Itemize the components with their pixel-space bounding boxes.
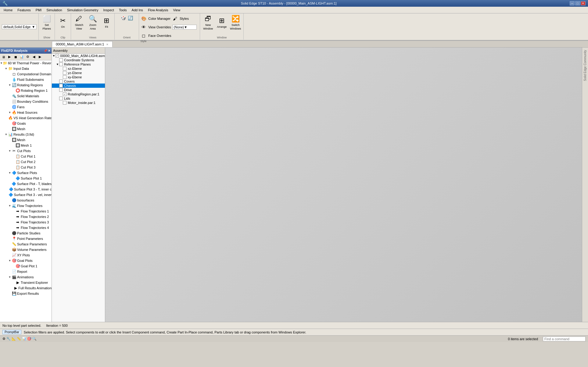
tree-item-surface-plot-vel-inner[interactable]: 🔷Surface Plot 3 - vel, inner <box>0 192 52 198</box>
tree-item-comp-domain[interactable]: ◻Computational Domain <box>0 71 52 77</box>
asm-item-xy-ebene[interactable]: xy-Ebene <box>52 75 105 79</box>
asm-item-xz-ebene[interactable]: xz-Ebene <box>52 66 105 71</box>
tree-item-transient-explorer[interactable]: ▶Transient Explorer <box>0 280 52 285</box>
tree-item-mesh-r[interactable]: 🔲Mesh <box>0 137 52 143</box>
tree-item-flow-traj[interactable]: ▼🌊Flow Trajectories <box>0 203 52 208</box>
menu-features[interactable]: Features <box>15 8 33 12</box>
asm-item-yz-ebene[interactable]: yz-Ebene <box>52 71 105 75</box>
asm-checkbox-covers[interactable] <box>59 80 63 83</box>
tree-item-cut-plots[interactable]: ▼✂Cut Plots <box>0 148 52 154</box>
tree-item-goals[interactable]: 🎯Goals <box>0 121 52 126</box>
asm-checkbox-rotating-region-par[interactable] <box>63 92 66 96</box>
tree-item-surface-plot-t-blades[interactable]: 🔷Surface Plot - T, blades <box>0 181 52 187</box>
panel-close-icon[interactable]: ✕ <box>48 49 50 52</box>
tree-item-rotating-region-1[interactable]: ⭕Rotating Region 1 <box>0 88 52 93</box>
asm-checkbox-yz-ebene[interactable] <box>63 71 66 75</box>
tree-expander-root[interactable]: ▼ <box>0 61 3 65</box>
panel-tool-6[interactable]: ◀ <box>31 54 37 60</box>
asm-item-chassis[interactable]: Chassis <box>52 84 105 88</box>
panel-tool-7[interactable]: ▶ <box>37 54 43 60</box>
tree-item-particle-studies[interactable]: ⚫Particle Studies <box>0 230 52 236</box>
asm-checkbox-xz-ebene[interactable] <box>63 67 66 70</box>
view-overrides-dropdown[interactable]: (None) ▼ <box>172 25 197 30</box>
new-window-btn[interactable]: 🗗 New Window <box>201 14 215 31</box>
asm-checkbox-xy-ebene[interactable] <box>63 75 66 79</box>
tree-expander-surface-plots[interactable]: ▼ <box>8 171 12 175</box>
asm-checkbox-asm-root[interactable] <box>56 54 59 58</box>
tree-expander-cut-plots[interactable]: ▼ <box>8 149 12 153</box>
menu-home[interactable]: Home <box>1 8 15 12</box>
sketch-view-btn[interactable]: 🖊 Sketch View <box>72 14 86 31</box>
asm-item-coord-sys[interactable]: Coordinate Systems <box>52 58 105 62</box>
tree-item-cut-plot-1[interactable]: 📋Cut Plot 1 <box>0 154 52 159</box>
tree-expander-goal-plots[interactable]: ▼ <box>8 259 12 262</box>
asm-expander-ref-planes[interactable]: ▼ <box>56 63 59 66</box>
tree-item-goal-plot-1[interactable]: 🎯Goal Plot 1 <box>0 263 52 269</box>
tree-item-boundary-conds[interactable]: ⬜Boundary Conditions <box>0 99 52 104</box>
styles-icon-btn[interactable]: 🖌 <box>172 15 178 23</box>
color-manager-icon-btn[interactable]: 🎨 <box>140 15 147 23</box>
tree-item-results[interactable]: ▼📊Results (3.fid) <box>0 132 52 137</box>
tree-item-solid-materials[interactable]: 🔩Solid Materials <box>0 93 52 99</box>
tree-item-animations[interactable]: ▼🎬Animations <box>0 274 52 280</box>
tab-close-btn[interactable]: ✕ <box>106 43 109 46</box>
orient-btn-1[interactable]: 🎲 <box>120 14 127 22</box>
tree-item-isosurfaces[interactable]: 🔵Isosurfaces <box>0 198 52 203</box>
find-command-input[interactable] <box>543 337 586 341</box>
menu-view[interactable]: View <box>171 8 183 12</box>
menu-tools[interactable]: Tools <box>117 8 129 12</box>
asm-checkbox-lids[interactable] <box>59 97 63 100</box>
asm-checkbox-coord-sys[interactable] <box>59 58 63 62</box>
tree-item-full-results-anim[interactable]: ▶Full Results Animation <box>0 285 52 291</box>
panel-tool-3[interactable]: ⏹ <box>13 54 18 60</box>
minimize-btn[interactable]: ─ <box>570 1 575 5</box>
tree-expander-heat-sources[interactable]: ▼ <box>8 111 12 114</box>
tree-item-surface-plots[interactable]: ▼🔷Surface Plots <box>0 170 52 176</box>
close-btn[interactable]: ✕ <box>581 1 586 5</box>
menu-addins[interactable]: Add Ins <box>129 8 145 12</box>
panel-tool-5[interactable]: ⚙ <box>25 54 30 60</box>
tree-item-flow-traj-3[interactable]: ➡Flow Trajectories 3 <box>0 219 52 225</box>
switch-windows-btn[interactable]: 🔀 Switch Windows <box>229 14 242 31</box>
fit-btn[interactable]: ⊞ Fit <box>100 14 113 31</box>
tree-item-flow-traj-2[interactable]: ➡Flow Trajectories 2 <box>0 214 52 219</box>
menu-pmi[interactable]: PMI <box>33 8 44 12</box>
tree-item-fans[interactable]: 🌀Fans <box>0 104 52 110</box>
panel-tool-1[interactable]: 🖥 <box>1 54 6 60</box>
tree-expander-animations[interactable]: ▼ <box>8 275 12 279</box>
menu-flow-analysis[interactable]: Flow Analysis <box>145 8 171 12</box>
asm-item-motor-inside[interactable]: Motor_inside.par:1 <box>52 101 105 105</box>
document-tab[interactable]: 00000_Main_ASM-LIGHT.asm:1 ✕ <box>52 41 113 47</box>
tree-item-fluid-sub[interactable]: 💧Fluid Subdomains <box>0 77 52 82</box>
menu-simulation[interactable]: Simulation <box>44 8 64 12</box>
panel-tool-2[interactable]: ▶ <box>7 54 12 60</box>
view-overrides-btn[interactable]: 👁 <box>140 23 147 31</box>
viewport[interactable]: RIGHT BACK ↑ <box>105 48 582 322</box>
tree-item-flow-traj-1[interactable]: ➡Flow Trajectories 1 <box>0 208 52 214</box>
tree-item-xy-plots[interactable]: 📈XY Plots <box>0 252 52 258</box>
tree-item-surface-params[interactable]: 📏Surface Parameters <box>0 241 52 247</box>
view-style-dropdown[interactable]: default,Solid Edge ▼ <box>2 24 37 29</box>
restore-btn[interactable]: □ <box>575 1 580 5</box>
tree-item-export-results[interactable]: 💾Export Results <box>0 291 52 296</box>
tree-item-cut-plot-3[interactable]: 📋Cut Plot 3 <box>0 165 52 170</box>
tree-item-rotating-regions[interactable]: ▼🔄Rotating Regions <box>0 82 52 88</box>
tree-item-goal-plots[interactable]: ▼🎯Goal Plots <box>0 258 52 263</box>
asm-item-ref-planes[interactable]: ▼Reference Planes <box>52 62 105 66</box>
arrange-btn[interactable]: ⊞ Arrange <box>215 14 228 31</box>
tree-item-report[interactable]: 📄Report <box>0 269 52 274</box>
set-planes-btn[interactable]: ⬜ Set Planes <box>40 14 53 31</box>
panel-pin-icon[interactable]: 📌 <box>44 49 47 52</box>
tree-item-flow-traj-4[interactable]: ➡Flow Trajectories 4 <box>0 225 52 230</box>
tree-item-heat-sources[interactable]: ▼🔥Heat Sources <box>0 110 52 115</box>
tree-item-volume-params[interactable]: 📦Volume Parameters <box>0 247 52 252</box>
asm-item-drive[interactable]: Drive <box>52 88 105 92</box>
tree-expander-flow-traj[interactable]: ▼ <box>8 204 12 208</box>
orient-btn-2[interactable]: 🔄 <box>127 14 134 22</box>
tree-item-mesh[interactable]: 🔲Mesh <box>0 126 52 132</box>
asm-expander-asm-root[interactable]: ▼ <box>52 54 56 57</box>
asm-item-covers[interactable]: Covers <box>52 79 105 84</box>
asm-checkbox-ref-planes[interactable] <box>59 62 63 66</box>
tree-item-point-params[interactable]: 📍Point Parameters <box>0 236 52 241</box>
asm-item-asm-root[interactable]: ▼00000_Main_ASM-LIGHt.asm <box>52 54 105 58</box>
